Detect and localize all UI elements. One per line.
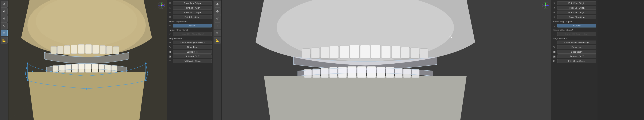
fr-point-3a-origin-row[interactable]: ✳ Point 3a - Origin xyxy=(551,10,598,15)
svg-point-25 xyxy=(26,80,28,81)
edit-mode-clean-row[interactable]: ⊞ Edit Mode Clean xyxy=(167,59,213,64)
fr-subtract-in-btn[interactable]: Subtract IN xyxy=(557,50,596,54)
force-icp-icon: ↩ xyxy=(168,32,172,36)
svg-point-28 xyxy=(145,80,146,81)
draw-tool[interactable]: ✏ xyxy=(1,30,8,36)
left-viewport[interactable]: ⊕ ✥ ↺ ⤡ ✏ 📐 xyxy=(0,0,167,120)
draw-tool-r[interactable]: ✏ xyxy=(214,30,221,36)
close-holes-icon: ○ xyxy=(168,41,172,44)
rotate-tool[interactable]: ↺ xyxy=(1,15,8,22)
right-teeth-svg xyxy=(222,0,551,120)
svg-rect-5 xyxy=(58,46,63,54)
svg-point-37 xyxy=(161,5,162,6)
far-right-panel: ✳ Point 2a - Origin ✳ Point 2b - Align ✳… xyxy=(551,0,598,120)
grab-tool[interactable]: ✥ xyxy=(1,8,8,15)
svg-rect-11 xyxy=(100,46,106,54)
fr-select-align-label: Select align object! xyxy=(551,20,598,23)
draw-line-btn[interactable]: Draw Line xyxy=(173,45,212,49)
right-viewport-main[interactable]: ⊕ ✥ ↺ ⤡ ✏ 📐 xyxy=(213,0,551,120)
svg-rect-50 xyxy=(401,47,410,58)
close-holes-row[interactable]: ○ Close Holes (Remesh)? xyxy=(167,40,213,45)
right-viewport[interactable]: ⊕ ✥ ↺ ⤡ ✏ 📐 xyxy=(213,0,598,120)
point-2a-origin-row[interactable]: ✳ Point 2a - Origin xyxy=(167,1,213,6)
fr-edit-mode-btn[interactable]: Edit Mode Clean xyxy=(557,59,596,63)
fr-subtract-in-row[interactable]: ▣ Subtract IN xyxy=(551,50,598,54)
fr-point-3a-btn[interactable]: Point 3a - Origin xyxy=(557,10,596,14)
fr-draw-line-icon: ✎ xyxy=(552,46,556,49)
viewport-gizmo-right[interactable] xyxy=(542,2,550,9)
svg-rect-49 xyxy=(392,46,400,58)
fr-align-btn[interactable]: ALIGN! xyxy=(557,24,596,28)
svg-rect-52 xyxy=(420,48,428,58)
subtract-in-row[interactable]: ▣ Subtract IN xyxy=(167,50,213,54)
scale-tool-r[interactable]: ⤡ xyxy=(214,22,221,29)
point-2b-btn[interactable]: Point 2b - Align xyxy=(173,6,212,10)
close-holes-btn[interactable]: Close Holes (Remesh)? xyxy=(173,40,212,44)
point-3b-icon: ✳ xyxy=(168,16,172,19)
fr-align-icon: ▽ xyxy=(552,24,556,27)
subtract-out-row[interactable]: ▣ Subtract OUT xyxy=(167,54,213,59)
draw-line-icon: ✎ xyxy=(168,46,172,49)
right-viewport-canvas[interactable] xyxy=(222,0,551,120)
fr-subtract-out-row[interactable]: ▣ Subtract OUT xyxy=(551,54,598,59)
align-row[interactable]: ▽ ALIGN! xyxy=(167,23,213,28)
fr-segmentation-label: Segmentation: xyxy=(551,37,598,40)
left-viewport-canvas[interactable] xyxy=(8,0,167,120)
fr-point-3b-align-row[interactable]: ✳ Point 3b - Align xyxy=(551,15,598,20)
fr-point-2a-icon: ✳ xyxy=(552,2,556,5)
measure-tool[interactable]: 📐 xyxy=(1,37,8,44)
svg-rect-43 xyxy=(330,46,339,58)
fr-point-2a-origin-row[interactable]: ✳ Point 2a - Origin xyxy=(551,1,598,6)
svg-rect-7 xyxy=(71,45,77,54)
select-align-label: Select align object! xyxy=(167,20,213,23)
rotate-tool-r[interactable]: ↺ xyxy=(214,15,221,22)
fr-subtract-out-icon: ▣ xyxy=(552,55,556,58)
fr-subtract-out-btn[interactable]: Subtract OUT xyxy=(557,54,596,58)
svg-rect-51 xyxy=(410,48,419,58)
point-3a-btn[interactable]: Point 3a - Origin xyxy=(173,10,212,14)
fr-close-holes-btn[interactable]: Close Holes (Remesh)? xyxy=(557,40,596,44)
svg-rect-9 xyxy=(85,44,92,54)
segmentation-label: Segmentation: xyxy=(167,37,213,40)
point-2a-icon: ✳ xyxy=(168,2,172,5)
view-tool[interactable]: ⊕ xyxy=(1,1,8,8)
fr-draw-line-btn[interactable]: Draw Line xyxy=(557,45,596,49)
point-2b-align-row[interactable]: ✳ Point 2b - Align xyxy=(167,6,213,10)
grab-tool-r[interactable]: ✥ xyxy=(214,8,221,15)
fr-point-2a-btn[interactable]: Point 2a - Origin xyxy=(557,1,596,5)
subtract-in-icon: ▣ xyxy=(168,50,172,54)
fr-select-other-label: Select other object! xyxy=(551,28,598,32)
fr-edit-mode-clean-row[interactable]: ⊞ Edit Mode Clean xyxy=(551,59,598,64)
fr-force-icp-btn[interactable]: Force ICP Align (Slow) xyxy=(557,32,596,36)
fr-draw-line-row[interactable]: ✎ Draw Line xyxy=(551,45,598,50)
align-btn[interactable]: ALIGN! xyxy=(173,24,212,28)
measure-tool-r[interactable]: 📐 xyxy=(214,37,221,44)
svg-rect-47 xyxy=(371,45,380,58)
fr-close-holes-row[interactable]: ○ Close Holes (Remesh)? xyxy=(551,40,598,45)
point-2a-btn[interactable]: Point 2a - Origin xyxy=(173,1,212,5)
point-3b-align-row[interactable]: ✳ Point 3b - Align xyxy=(167,15,213,20)
align-icon: ▽ xyxy=(168,24,172,27)
fr-close-holes-icon: ○ xyxy=(552,41,556,44)
svg-rect-10 xyxy=(92,45,99,54)
svg-rect-4 xyxy=(51,46,56,54)
svg-point-74 xyxy=(545,5,546,6)
fr-align-row[interactable]: ▽ ALIGN! xyxy=(551,23,598,28)
subtract-in-btn[interactable]: Subtract IN xyxy=(173,50,212,54)
fr-point-3b-btn[interactable]: Point 3b - Align xyxy=(557,15,596,19)
viewport-gizmo-left[interactable] xyxy=(158,2,165,9)
view-tool-r[interactable]: ⊕ xyxy=(214,1,221,8)
edit-mode-btn[interactable]: Edit Mode Clean xyxy=(173,59,212,63)
svg-rect-12 xyxy=(106,46,112,54)
draw-line-row[interactable]: ✎ Draw Line xyxy=(167,45,213,50)
fr-point-2b-align-row[interactable]: ✳ Point 2b - Align xyxy=(551,6,598,10)
force-icp-btn[interactable]: Force ICP Align (Slow) xyxy=(173,32,212,36)
fr-point-2b-btn[interactable]: Point 2b - Align xyxy=(557,6,596,10)
point-3a-icon: ✳ xyxy=(168,11,172,14)
point-3b-btn[interactable]: Point 3b - Align xyxy=(173,15,212,19)
force-icp-row[interactable]: ↩ Force ICP Align (Slow) xyxy=(167,32,213,36)
subtract-out-btn[interactable]: Subtract OUT xyxy=(173,54,212,58)
scale-tool[interactable]: ⤡ xyxy=(1,22,8,29)
fr-force-icp-row[interactable]: ↩ Force ICP Align (Slow) xyxy=(551,32,598,36)
point-3a-origin-row[interactable]: ✳ Point 3a - Origin xyxy=(167,10,213,15)
